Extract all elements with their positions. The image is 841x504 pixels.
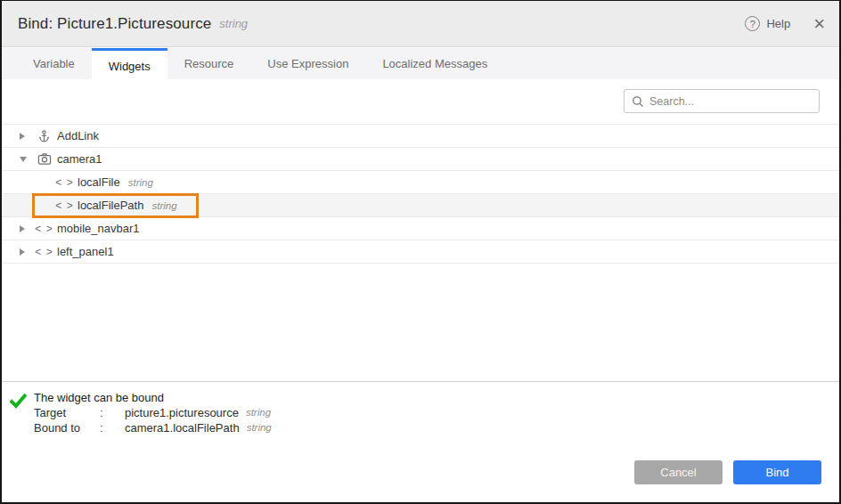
status-target-row: Target : picture1.picturesource string — [34, 405, 839, 420]
chevron-right-icon[interactable] — [20, 248, 30, 256]
chevron-right-icon[interactable] — [20, 225, 30, 232]
tree-row-mobile-navbar1[interactable]: mobile_navbar1 — [2, 217, 839, 240]
search-box[interactable] — [624, 89, 820, 113]
type-hint: string — [247, 420, 272, 435]
search-icon — [632, 95, 644, 108]
bind-dialog: Bind: Picture1.Picturesource string Help… — [0, 0, 841, 504]
tree-row-label: left_panel1 — [57, 245, 114, 258]
separator: : — [100, 405, 125, 420]
close-icon[interactable] — [813, 14, 825, 34]
tab-widgets[interactable]: Widgets — [92, 48, 167, 81]
tab-variable[interactable]: Variable — [16, 48, 92, 79]
help-question-icon — [745, 16, 760, 31]
boundto-value: camera1.localFilePath — [125, 420, 240, 435]
tree-row-label: mobile_navbar1 — [57, 222, 140, 235]
tree-row-localfile[interactable]: localFile string — [2, 171, 839, 194]
tab-localized-messages[interactable]: Localized Messages — [365, 48, 504, 79]
type-hint: string — [151, 200, 176, 211]
separator: : — [100, 420, 125, 435]
chevron-right-icon[interactable] — [20, 133, 30, 140]
status-message: The widget can be bound — [34, 390, 839, 405]
dialog-title: Bind: Picture1.Picturesource — [18, 15, 211, 33]
tree-row-localfilepath[interactable]: localFilePath string — [2, 194, 839, 217]
chevron-down-icon[interactable] — [20, 157, 30, 162]
tree-row-label: localFilePath — [78, 199, 143, 212]
tree-row-label: localFile — [78, 175, 120, 189]
bind-button[interactable]: Bind — [733, 460, 821, 484]
type-hint: string — [246, 405, 271, 420]
target-label: Target — [34, 405, 100, 420]
status-boundto-row: Bound to : camera1.localFilePath string — [34, 420, 839, 435]
help-label: Help — [766, 17, 790, 30]
tree-row-left-panel1[interactable]: left_panel1 — [2, 240, 839, 264]
dialog-title-type-hint: string — [219, 17, 248, 30]
tree-row-label: camera1 — [57, 152, 102, 166]
cancel-button[interactable]: Cancel — [634, 460, 723, 484]
help-button[interactable]: Help — [745, 16, 790, 31]
success-check-icon — [10, 394, 27, 412]
anchor-icon — [37, 129, 52, 143]
boundto-label: Bound to — [34, 420, 100, 435]
dialog-header: Bind: Picture1.Picturesource string Help — [2, 1, 839, 47]
binding-status-panel: The widget can be bound Target : picture… — [2, 381, 839, 443]
tree-row-camera1[interactable]: camera1 — [2, 148, 839, 171]
tree-row-addlink[interactable]: AddLink — [2, 125, 839, 148]
search-input[interactable] — [649, 95, 812, 108]
tab-bar: Variable Widgets Resource Use Expression… — [2, 48, 839, 79]
camera-icon — [37, 152, 52, 166]
tree-row-label: AddLink — [57, 129, 99, 142]
tab-resource[interactable]: Resource — [167, 48, 251, 79]
code-icon — [37, 223, 52, 235]
code-icon — [37, 246, 52, 258]
tab-use-expression[interactable]: Use Expression — [250, 48, 365, 79]
dialog-footer: Cancel Bind — [2, 443, 839, 502]
code-icon — [57, 199, 72, 212]
target-value: picture1.picturesource — [125, 405, 239, 420]
type-hint: string — [128, 177, 153, 188]
code-icon — [57, 176, 72, 189]
widget-tree: AddLink camera1 localFile string localFi… — [2, 124, 839, 264]
